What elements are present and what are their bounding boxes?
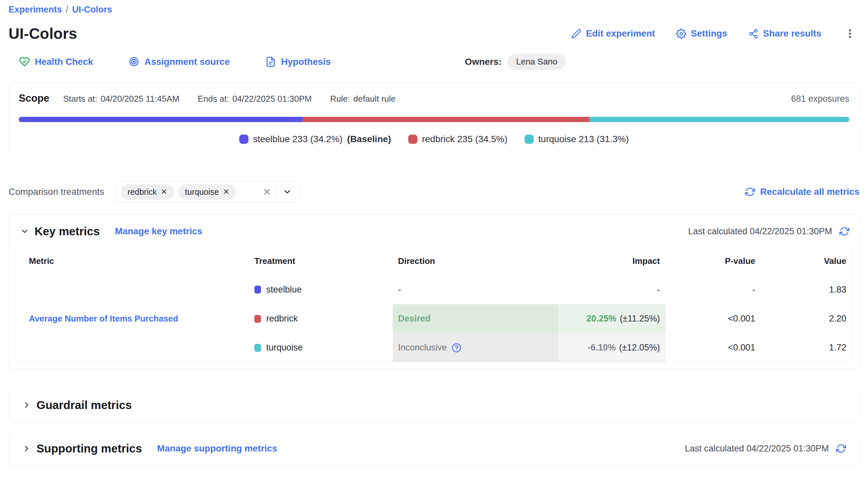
bottom-divider — [0, 477, 868, 478]
turquoise-swatch — [525, 135, 534, 144]
table-row: turquoise Inconclusive -6.10% (±12.05%) — [246, 333, 852, 362]
remove-turquoise-icon[interactable]: ✕ — [223, 188, 229, 196]
column-header-metric: Metric — [16, 247, 246, 275]
chip-redbrick[interactable]: redbrick ✕ — [121, 184, 174, 200]
supporting-metrics-title: Supporting metrics — [36, 442, 142, 455]
refresh-key-metrics-icon[interactable] — [839, 226, 849, 236]
treatment-name: redbrick — [266, 314, 298, 324]
guardrail-metrics-card: Guardrail metrics — [8, 388, 860, 422]
value-cell: 2.20 — [761, 304, 852, 333]
experiment-page: Experiments / UI-Colors UI-Colors Edit e… — [0, 0, 868, 478]
hypothesis-link[interactable]: Hypothesis — [265, 56, 331, 67]
scope-header: Scope Starts at:04/20/2025 11:45AM Ends … — [19, 92, 849, 104]
impact-cell: -6.10% (±12.05%) — [558, 333, 666, 362]
expand-chevron-right-icon[interactable] — [22, 400, 31, 410]
manage-supporting-metrics-link[interactable]: Manage supporting metrics — [157, 443, 277, 454]
assignment-source-label: Assignment source — [144, 57, 230, 67]
treatment-name: turquoise — [266, 343, 303, 353]
allocation-legend: steelblue 233 (34.2%) (Baseline) redbric… — [19, 134, 849, 144]
comparison-row: Comparison treatments redbrick ✕ turquoi… — [8, 181, 860, 203]
recalculate-label: Recalculate all metrics — [760, 186, 860, 197]
p-value-cell: <0.001 — [666, 304, 761, 333]
steelblue-swatch — [254, 286, 261, 293]
owners-group: Owners: Lena Sano — [465, 54, 566, 70]
metric-name-cell: Average Number of Items Purchased — [16, 275, 246, 362]
clear-all-icon[interactable]: ✕ — [258, 186, 276, 198]
allocation-segment-steelblue — [19, 117, 303, 122]
column-header-value: Value — [761, 247, 852, 275]
share-icon — [748, 29, 758, 39]
remove-redbrick-icon[interactable]: ✕ — [161, 188, 167, 196]
exposures-count: 681 exposures — [791, 94, 849, 104]
scope-title: Scope — [19, 92, 49, 104]
impact-cell: - — [558, 275, 666, 304]
legend-item-steelblue: steelblue 233 (34.2%) (Baseline) — [239, 134, 391, 144]
owner-chip[interactable]: Lena Sano — [507, 54, 566, 70]
more-options-button[interactable]: ⋮ — [842, 31, 858, 37]
key-metrics-last-calculated: Last calculated 04/22/2025 01:30PM — [688, 226, 849, 237]
key-metrics-table: Metric Treatment Direction Impact P-valu… — [16, 247, 852, 362]
recalculate-all-metrics-button[interactable]: Recalculate all metrics — [745, 186, 860, 197]
breadcrumb-separator: / — [66, 5, 68, 15]
hypothesis-label: Hypothesis — [281, 57, 331, 67]
comparison-treatments-label: Comparison treatments — [8, 186, 104, 197]
legend-item-turquoise: turquoise 213 (31.3%) — [525, 134, 629, 144]
share-results-button[interactable]: Share results — [748, 28, 821, 39]
key-metrics-card: Key metrics Manage key metrics Last calc… — [8, 214, 860, 369]
guardrail-metrics-title: Guardrail metrics — [36, 399, 132, 412]
manage-key-metrics-link[interactable]: Manage key metrics — [115, 226, 202, 237]
direction-cell: Desired — [393, 304, 558, 333]
baseline-tag: (Baseline) — [347, 134, 391, 144]
value-cell: 1.83 — [761, 275, 852, 304]
turquoise-swatch — [254, 344, 261, 352]
column-header-treatment: Treatment — [246, 247, 393, 275]
gear-icon — [676, 29, 686, 39]
table-row: redbrick Desired 20.25% (±11.25%) <0.001… — [246, 304, 852, 333]
edit-experiment-button[interactable]: Edit experiment — [571, 28, 655, 39]
target-icon — [128, 56, 140, 67]
refresh-icon — [745, 187, 755, 197]
supporting-metrics-last-calculated: Last calculated 04/22/2025 01:30PM — [685, 443, 846, 454]
key-metrics-title: Key metrics — [34, 225, 100, 238]
page-title: UI-Colors — [8, 25, 77, 42]
scope-starts: Starts at:04/20/2025 11:45AM — [63, 94, 180, 104]
edit-experiment-label: Edit experiment — [586, 28, 655, 39]
legend-item-redbrick: redbrick 235 (34.5%) — [408, 134, 507, 144]
column-header-impact: Impact — [558, 247, 666, 275]
redbrick-swatch — [408, 135, 417, 144]
supporting-metrics-card: Supporting metrics Manage supporting met… — [8, 432, 860, 465]
allocation-segment-redbrick — [303, 117, 589, 122]
scope-ends: Ends at:04/22/2025 01:30PM — [198, 94, 312, 104]
help-circle-icon[interactable] — [452, 343, 461, 353]
health-check-link[interactable]: Health Check — [19, 56, 93, 67]
allocation-bar — [19, 117, 849, 122]
pencil-icon — [571, 29, 581, 39]
column-header-direction: Direction — [393, 247, 558, 275]
breadcrumb-experiments-link[interactable]: Experiments — [8, 5, 62, 15]
chevron-down-icon[interactable] — [277, 187, 293, 197]
direction-cell: - — [393, 275, 558, 304]
health-check-label: Health Check — [35, 57, 93, 67]
breadcrumb: Experiments / UI-Colors — [8, 5, 860, 15]
metric-link[interactable]: Average Number of Items Purchased — [29, 314, 178, 324]
settings-label: Settings — [691, 28, 727, 39]
collapse-chevron-down-icon[interactable] — [20, 227, 29, 236]
chip-turquoise[interactable]: turquoise ✕ — [179, 184, 236, 200]
key-metrics-header: Key metrics Manage key metrics Last calc… — [16, 222, 852, 247]
column-header-p-value: P-value — [666, 247, 761, 275]
redbrick-swatch — [254, 315, 261, 323]
title-row: UI-Colors Edit experiment Settings Share… — [8, 25, 860, 42]
steelblue-swatch — [239, 135, 248, 144]
refresh-supporting-metrics-icon[interactable] — [836, 443, 846, 454]
expand-chevron-right-icon[interactable] — [22, 444, 31, 453]
impact-cell: 20.25% (±11.25%) — [558, 304, 666, 333]
owners-label: Owners: — [465, 57, 501, 67]
comparison-treatments-select[interactable]: redbrick ✕ turquoise ✕ ✕ — [116, 181, 300, 203]
table-header-row: Metric Treatment Direction Impact P-valu… — [16, 247, 852, 275]
value-cell: 1.72 — [761, 333, 852, 362]
breadcrumb-current-link[interactable]: UI-Colors — [72, 5, 113, 15]
settings-button[interactable]: Settings — [676, 28, 727, 39]
assignment-source-link[interactable]: Assignment source — [128, 56, 230, 67]
quick-links-row: Health Check Assignment source Hypothesi… — [8, 54, 860, 70]
header-actions: Edit experiment Settings Share results ⋮ — [571, 28, 860, 39]
